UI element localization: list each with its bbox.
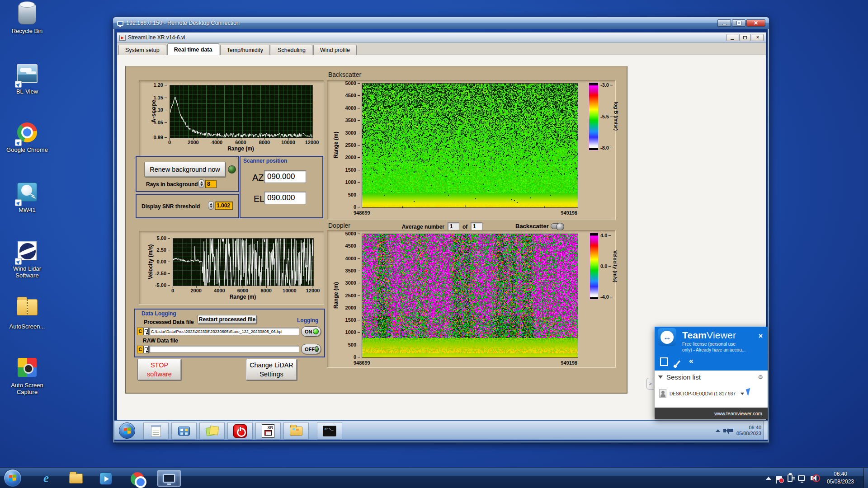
- desktop-icon-bl-view[interactable]: BL-View: [5, 62, 50, 95]
- rdp-maximize-button[interactable]: [732, 19, 745, 27]
- teamviewer-whiteboard-icon[interactable]: [677, 360, 679, 366]
- x-tick-label: 10000: [281, 140, 295, 145]
- x-tick-label: 8000: [260, 288, 271, 293]
- y-tick-label: 2.50: [157, 247, 170, 253]
- average-number-field[interactable]: 1: [448, 222, 459, 230]
- processed-path-field[interactable]: C:\Lidar\Data\Proc\2023\202308\20230805\…: [149, 328, 299, 335]
- remote-tray-expand-icon[interactable]: [716, 429, 720, 432]
- velocity-plot: [173, 238, 314, 286]
- desktop-icon-mw41[interactable]: MW41: [5, 181, 50, 213]
- host-taskbar-explorer[interactable]: [66, 470, 86, 487]
- app-maximize-button[interactable]: [739, 34, 751, 41]
- streamline-title-bar[interactable]: StreamLine XR v14-6.vi ×: [117, 33, 766, 43]
- desktop-icon-wind-lidar[interactable]: Wind Lidar Software: [5, 239, 50, 279]
- teamviewer-website-link[interactable]: www.teamviewer.com: [714, 411, 762, 416]
- remote-taskbar-cmd[interactable]: C:\_: [317, 422, 342, 440]
- desktop-icon-google-chrome[interactable]: Google Chrome: [5, 121, 50, 153]
- y-tick-label: 2500: [345, 142, 360, 148]
- host-start-button[interactable]: [4, 469, 22, 487]
- rdp-minimize-button[interactable]: [717, 19, 731, 27]
- doppler-x-end: 949198: [532, 360, 577, 366]
- processed-drive-selector[interactable]: C: [137, 328, 143, 335]
- raw-drive-selector[interactable]: C: [137, 346, 143, 353]
- x-tick-label: 6000: [237, 288, 248, 293]
- remote-clock[interactable]: 06:40 05/08/2023: [736, 425, 761, 436]
- session-dropdown-icon[interactable]: [741, 393, 744, 395]
- remote-action-center-icon[interactable]: [729, 429, 733, 432]
- host-taskbar-media-player[interactable]: [96, 470, 116, 487]
- off-label: OFF: [305, 347, 315, 352]
- host-date: 05/08/2023: [821, 478, 860, 486]
- y-tick-label: 5000: [345, 231, 360, 236]
- teamviewer-close-icon[interactable]: ×: [759, 333, 763, 340]
- el-field[interactable]: 090.000: [264, 192, 306, 204]
- remote-taskbar-notepad[interactable]: [143, 422, 169, 440]
- restart-processed-file-button[interactable]: Restart processed file: [198, 315, 257, 324]
- change-lidar-settings-button[interactable]: Change LiDAR Settings: [246, 359, 297, 380]
- teamviewer-collapse-icon[interactable]: «: [689, 357, 693, 366]
- y-tick-label: 0: [354, 354, 360, 360]
- doppler-section-label: Doppler: [328, 222, 350, 229]
- renew-background-button[interactable]: Renew background now: [144, 162, 226, 177]
- remote-show-desktop-button[interactable]: [764, 421, 768, 440]
- remote-taskbar-sticky-notes[interactable]: [199, 422, 225, 440]
- control-panel-icon: [178, 427, 190, 436]
- session-name[interactable]: DESKTOP-OE0QDVI (1 817 937: [670, 391, 736, 396]
- cmd-icon: C:\_: [323, 426, 336, 436]
- tab-scheduling[interactable]: Scheduling: [271, 45, 312, 55]
- session-list-caret-icon[interactable]: [658, 375, 663, 379]
- rays-value-field[interactable]: 8: [205, 180, 217, 188]
- remote-volume-icon[interactable]: [723, 429, 726, 432]
- app-minimize-button[interactable]: [726, 34, 738, 41]
- tray-expand-icon[interactable]: [766, 477, 771, 480]
- host-show-desktop-button[interactable]: [863, 468, 868, 488]
- raw-path-field[interactable]: [149, 346, 299, 353]
- snr-value-field[interactable]: 1.002: [215, 202, 233, 210]
- processed-path-icon[interactable]: [143, 328, 149, 335]
- folder-icon: [290, 427, 302, 436]
- host-clock[interactable]: 06:40 05/08/2023: [821, 470, 860, 486]
- host-taskbar-ie[interactable]: e: [36, 470, 56, 487]
- rays-spinner[interactable]: [198, 179, 204, 188]
- processed-logging-on-button[interactable]: ON: [301, 326, 321, 337]
- labview-vi-icon: [119, 35, 126, 41]
- backscatter-toggle-label: Backscatter: [515, 223, 549, 230]
- average-of-field[interactable]: 1: [471, 222, 482, 230]
- host-taskbar-rdp-active[interactable]: [157, 470, 181, 487]
- remote-taskbar-streamline-xr[interactable]: XR: [255, 422, 281, 440]
- tab-real-time-data[interactable]: Real time data: [167, 43, 219, 55]
- tab-temp-humidity[interactable]: Temp/humidity: [220, 45, 270, 55]
- az-field[interactable]: 090.000: [264, 170, 306, 183]
- ascope-plot: [170, 85, 313, 138]
- remote-taskbar-explorer[interactable]: [283, 422, 309, 440]
- desktop-icon-recycle-bin[interactable]: Recycle Bin: [5, 3, 50, 34]
- network-icon[interactable]: [798, 475, 805, 481]
- raw-path-icon[interactable]: [143, 346, 149, 353]
- desktop-icon-auto-screen-capture[interactable]: Auto Screen Capture: [5, 356, 50, 395]
- desktop-icon-label: Wind Lidar Software: [5, 265, 50, 279]
- host-taskbar-chrome[interactable]: [127, 470, 147, 487]
- rdp-title-bar[interactable]: 192.168.0.150 - Remote Desktop Connectio…: [113, 17, 769, 29]
- session-cursor-icon[interactable]: [746, 388, 752, 396]
- teamviewer-license-line1: Free license (personal use: [682, 341, 736, 347]
- rdp-close-button[interactable]: ✕: [746, 19, 765, 27]
- power-plug-icon[interactable]: [788, 474, 793, 482]
- colorbar-tick-label: -8.0: [600, 145, 613, 150]
- teamviewer-sessions-icon[interactable]: [662, 359, 668, 366]
- session-list-gear-icon[interactable]: ⚙: [758, 374, 763, 380]
- tab-wind-profile[interactable]: Wind profile: [313, 45, 357, 55]
- volume-muted-icon[interactable]: [811, 476, 814, 480]
- remote-start-button[interactable]: [119, 422, 135, 439]
- remote-taskbar-stop-app[interactable]: [227, 422, 253, 440]
- action-center-icon[interactable]: [777, 476, 782, 480]
- stop-software-button[interactable]: STOP software: [137, 359, 181, 380]
- snr-spinner[interactable]: [208, 201, 214, 210]
- desktop-icon-autoscreen-zip[interactable]: AutoScreen...: [5, 296, 50, 330]
- backscatter-toggle[interactable]: [551, 223, 564, 229]
- raw-logging-off-button[interactable]: OFF: [301, 344, 321, 354]
- tab-system-setup[interactable]: System setup: [118, 45, 166, 55]
- teamviewer-expand-tab[interactable]: >: [646, 378, 654, 389]
- app-close-button[interactable]: ×: [752, 34, 764, 41]
- labview-front-panel: 1.201.151.101.050.99 A-scope 02000400060…: [125, 66, 627, 394]
- remote-taskbar-control-panel[interactable]: [171, 422, 197, 440]
